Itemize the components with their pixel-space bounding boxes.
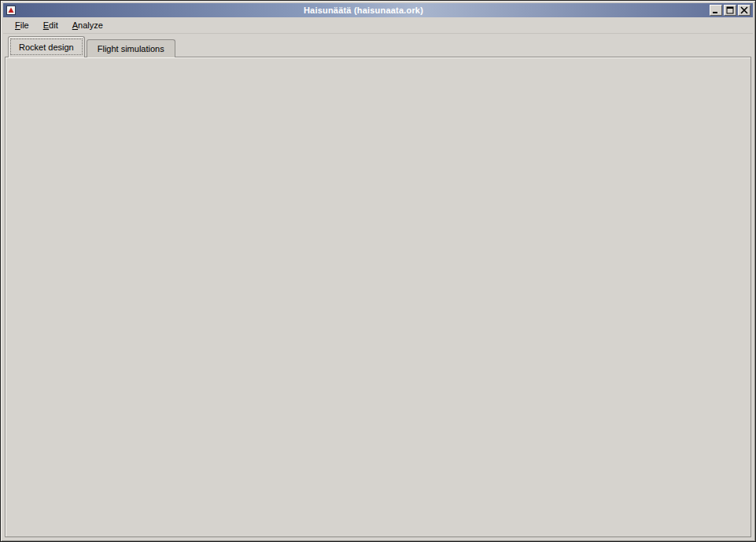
tab-content-pane <box>5 57 751 537</box>
tab-rocket-design[interactable]: Rocket design <box>8 36 85 57</box>
menu-edit[interactable]: Edit <box>36 18 65 32</box>
menubar: FileEditAnalyze <box>3 17 753 34</box>
app-icon[interactable] <box>6 6 16 16</box>
close-icon[interactable] <box>738 5 750 16</box>
app-window: Haisunäätä (haisunaata.ork) FileEditAnal… <box>0 0 756 542</box>
tabstrip: Rocket designFlight simulations <box>8 36 177 57</box>
menu-file[interactable]: File <box>8 18 36 32</box>
minimize-button[interactable] <box>710 5 722 16</box>
menu-analyze[interactable]: Analyze <box>65 18 110 32</box>
titlebar: Haisunäätä (haisunaata.ork) <box>3 3 753 17</box>
window-title: Haisunäätä (haisunaata.ork) <box>19 6 708 15</box>
maximize-button[interactable] <box>724 5 736 16</box>
tab-flight-simulations[interactable]: Flight simulations <box>87 39 175 57</box>
